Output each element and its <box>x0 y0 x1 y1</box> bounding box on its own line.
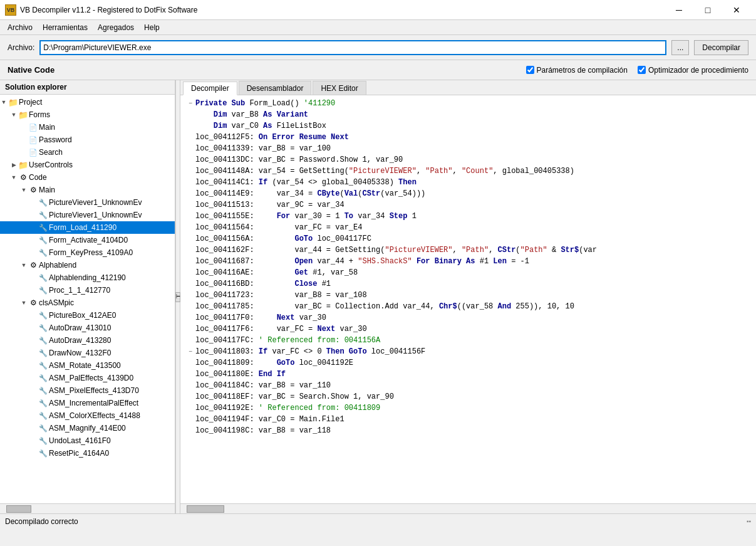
checkbox-parametros-input[interactable] <box>526 66 534 74</box>
expand-icon-alphablend[interactable]: ▼ <box>20 262 28 268</box>
tree-item-asmincrementalpal[interactable]: 🔧 ASM_IncrementalPalEffect <box>0 397 175 409</box>
code-text-5: loc_004113DC: var_BC = Password.Show 1, … <box>195 154 403 165</box>
code-text-18: loc_00411785: var_BC = Collection.Add va… <box>195 301 574 312</box>
tree-item-asmrotate[interactable]: 🔧 ASM_Rotate_413500 <box>0 359 175 372</box>
loc-addr-9: loc_00411513: <box>195 201 277 209</box>
tree-item-picviewerunk2[interactable]: 🔧 PictureViever1_UnknownEv <box>0 209 175 221</box>
code-line-3: loc_004112F5: On Error Resume Next <box>185 132 751 143</box>
node-label-formload: Form_Load_411290 <box>49 223 117 232</box>
minimize-button[interactable]: ─ <box>665 0 693 20</box>
loc-addr-21: loc_004117FC: <box>195 336 259 345</box>
native-code-title: Native Code <box>8 65 526 75</box>
tree-item-code[interactable]: ▼ ⚙ Code <box>0 171 175 184</box>
node-icon-asmmagnify: 🔧 <box>38 423 49 434</box>
browse-button[interactable]: ... <box>671 40 689 55</box>
code-line-8: loc_004114E9: var_34 = CByte(Val(CStr(va… <box>185 188 751 199</box>
tree-item-asmcolorx[interactable]: 🔧 ASM_ColorXEffects_41488 <box>0 409 175 422</box>
collapse-btn-0[interactable]: − <box>185 98 195 110</box>
tree-item-alphablending[interactable]: 🔧 Alphablending_412190 <box>0 271 175 284</box>
expand-icon-main2[interactable]: ▼ <box>20 187 28 193</box>
checkbox-optimizador-input[interactable] <box>638 66 646 74</box>
node-icon-formactivate: 🔧 <box>38 234 49 246</box>
code-line-17: loc_00411723: var_B8 = var_108 <box>185 290 751 301</box>
tree-item-drawnow[interactable]: 🔧 DrawNow_4132F0 <box>0 347 175 359</box>
tree-item-formload[interactable]: 🔧 Form_Load_411290 <box>0 221 175 234</box>
code-line-13: loc_0041162F: var_44 = GetSetting("Pictu… <box>185 244 751 256</box>
tree-item-forms[interactable]: ▼ 📁 Forms <box>0 108 175 121</box>
menu-archivo[interactable]: Archivo <box>3 22 38 33</box>
tree-item-asmpixeleffects[interactable]: 🔧 ASM_PixelEffects_413D70 <box>0 384 175 397</box>
node-label-asmcolorx: ASM_ColorXEffects_41488 <box>49 411 140 420</box>
tree-item-clsasmpic[interactable]: ▼ ⚙ clsASMpic <box>0 297 175 309</box>
node-label-drawnow: DrawNow_4132F0 <box>49 349 111 357</box>
tree-item-search[interactable]: 📄 Search <box>0 146 175 159</box>
code-line-2: Dim var_C0 As FileListBox <box>185 120 751 132</box>
node-label-code: Code <box>29 173 47 182</box>
loc-addr-26: loc_004118EF: <box>195 392 259 401</box>
code-text-3: loc_004112F5: On Error Resume Next <box>195 132 349 143</box>
loc-addr-3: loc_004112F5: <box>195 133 259 142</box>
tab-hex-editor[interactable]: HEX Editor <box>313 81 366 95</box>
tree-container[interactable]: ▼ 📁 Project ▼ 📁 Forms 📄 Main 📄 Password … <box>0 95 175 503</box>
code-text-13: loc_0041162F: var_44 = GetSetting("Pictu… <box>195 244 597 256</box>
node-icon-autodraw1: 🔧 <box>38 322 49 333</box>
code-text-28: loc_0041194F: var_C0 = Main.File1 <box>195 414 344 425</box>
tree-item-picturebox[interactable]: 🔧 PictureBox_412AE0 <box>0 309 175 322</box>
code-text-9: loc_00411513: var_9C = var_34 <box>195 199 344 211</box>
tree-item-asmpaleffects[interactable]: 🔧 ASM_PalEffects_4139D0 <box>0 372 175 384</box>
tree-item-formkeypress[interactable]: 🔧 Form_KeyPress_4109A0 <box>0 246 175 259</box>
tree-item-main[interactable]: 📄 Main <box>0 121 175 134</box>
filepath-input[interactable]: D:\Program\PictureVIEWER.exe <box>39 40 666 55</box>
tree-item-resetpic[interactable]: 🔧 ResetPic_4164A0 <box>0 447 175 459</box>
tree-item-picviewerunk1[interactable]: 🔧 PictureViever1_UnknownEv <box>0 196 175 209</box>
loc-addr-5: loc_004113DC: <box>195 155 259 164</box>
maximize-button[interactable]: □ <box>693 0 722 20</box>
close-button[interactable]: ✕ <box>722 0 751 20</box>
tree-item-proc11[interactable]: 🔧 Proc_1_1_412770 <box>0 284 175 297</box>
expand-icon-usercontrols[interactable]: ▶ <box>10 162 18 168</box>
tree-item-project[interactable]: ▼ 📁 Project <box>0 96 175 108</box>
collapse-btn-22[interactable]: − <box>185 347 195 358</box>
node-icon-formload: 🔧 <box>38 222 49 233</box>
code-text-27: loc_0041192E: ' Referenced from: 0041180… <box>195 402 380 414</box>
code-scroll-h[interactable] <box>180 503 756 513</box>
split-handle[interactable]: ⊢ <box>175 80 180 513</box>
decompile-button[interactable]: Decompilar <box>694 40 748 55</box>
menu-agregados[interactable]: Agregados <box>93 22 139 33</box>
node-icon-picviewerunk1: 🔧 <box>38 197 49 208</box>
code-line-22: −loc_00411803: If var_FC <> 0 Then GoTo … <box>185 346 751 357</box>
tree-item-password[interactable]: 📄 Password <box>0 134 175 146</box>
expand-icon-clsasmpic[interactable]: ▼ <box>20 300 28 306</box>
tree-item-formactivate[interactable]: 🔧 Form_Activate_4104D0 <box>0 234 175 246</box>
code-line-23: loc_00411809: GoTo loc_0041192E <box>185 357 751 369</box>
tree-item-usercontrols[interactable]: ▶ 📁 UserControls <box>0 159 175 171</box>
menu-herramientas[interactable]: Herramientas <box>38 22 93 33</box>
expand-icon-project[interactable]: ▼ <box>0 99 8 105</box>
expand-icon-code[interactable]: ▼ <box>10 174 18 181</box>
code-line-4: loc_00411339: var_B8 = var_100 <box>185 143 751 154</box>
tab-desensamblador[interactable]: Desensamblador <box>239 81 312 95</box>
app-icon-label: VB <box>7 7 15 13</box>
tree-item-asmmagnify[interactable]: 🔧 ASM_Magnify_414E00 <box>0 422 175 434</box>
loc-addr-28: loc_0041194F: <box>195 415 259 424</box>
method-icon: 🔧 <box>39 274 48 282</box>
node-icon-code: ⚙ <box>18 172 29 183</box>
tree-item-autodraw2[interactable]: 🔧 AutoDraw_413280 <box>0 334 175 347</box>
node-icon-picturebox: 🔧 <box>38 310 49 321</box>
checkbox-parametros-label: Parámetros de compilación <box>537 66 628 75</box>
tree-scrollbar-h[interactable] <box>0 503 175 513</box>
node-icon-forms: 📁 <box>18 109 29 120</box>
tab-decompiler[interactable]: Decompiler <box>183 81 237 95</box>
header-section: Native Code Parámetros de compilación Op… <box>0 60 756 80</box>
tree-item-autodraw1[interactable]: 🔧 AutoDraw_413010 <box>0 322 175 334</box>
code-text-24: loc_0041180E: End If <box>195 369 286 380</box>
tree-item-undolast[interactable]: 🔧 UndoLast_4161F0 <box>0 434 175 447</box>
menu-help[interactable]: Help <box>139 22 165 33</box>
node-icon-formkeypress: 🔧 <box>38 247 49 258</box>
expand-icon-forms[interactable]: ▼ <box>10 112 18 118</box>
code-line-15: loc_004116AE: Get #1, var_58 <box>185 267 751 278</box>
tree-item-main2[interactable]: ▼ ⚙ Main <box>0 184 175 196</box>
tree-item-alphablend[interactable]: ▼ ⚙ Alphablend <box>0 259 175 271</box>
node-icon-picviewerunk2: 🔧 <box>38 209 49 221</box>
code-area[interactable]: −Private Sub Form_Load() '411290 Dim var… <box>180 95 756 503</box>
